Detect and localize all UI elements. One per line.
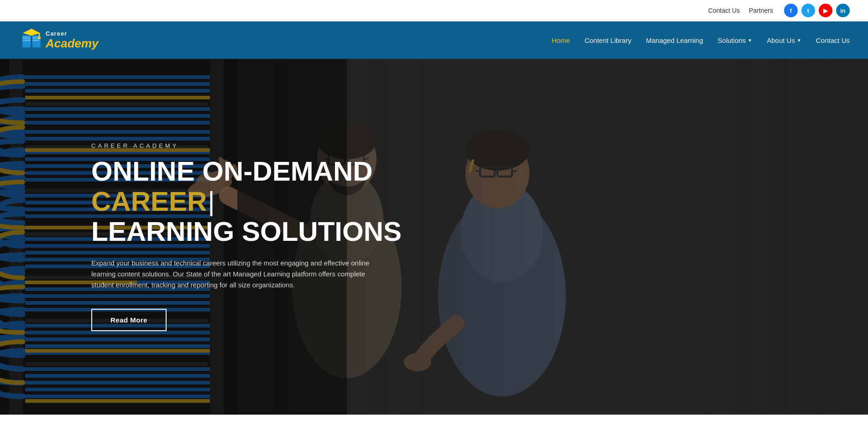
nav-managed-learning-link[interactable]: Managed Learning bbox=[646, 36, 703, 44]
hero-title: ONLINE ON-DEMAND CAREER| LEARNING SOLUTI… bbox=[91, 156, 411, 247]
top-bar-links: Contact Us Partners bbox=[708, 7, 773, 14]
nav-contact-us-link[interactable]: Contact Us bbox=[816, 36, 850, 44]
svg-rect-2 bbox=[31, 35, 32, 48]
svg-rect-5 bbox=[23, 40, 31, 41]
nav-item-home: Home bbox=[552, 36, 570, 44]
hero-content: CAREER ACADEMY ONLINE ON-DEMAND CAREER| … bbox=[91, 142, 411, 331]
logo-career-label: Career bbox=[46, 31, 99, 37]
logo-text: Career Academy bbox=[46, 31, 99, 50]
topbar-contact-link[interactable]: Contact Us bbox=[708, 7, 740, 14]
main-nav: Home Content Library Managed Learning So… bbox=[552, 36, 850, 44]
header: Career Academy Home Content Library Mana… bbox=[0, 21, 868, 59]
nav-content-library-link[interactable]: Content Library bbox=[585, 36, 632, 44]
hero-title-white-part: ONLINE ON-DEMAND CAREER| bbox=[91, 156, 373, 217]
nav-item-solutions: Solutions ▼ bbox=[718, 36, 753, 44]
about-chevron-icon: ▼ bbox=[797, 38, 801, 43]
nav-item-managed-learning: Managed Learning bbox=[646, 36, 703, 44]
linkedin-icon[interactable]: in bbox=[836, 4, 850, 17]
topbar-partners-link[interactable]: Partners bbox=[749, 7, 773, 14]
nav-item-content-library: Content Library bbox=[585, 36, 632, 44]
top-bar: Contact Us Partners f t ▶ in bbox=[0, 0, 868, 21]
hero-title-cursor: | bbox=[208, 186, 215, 217]
logo-academy-label: Academy bbox=[46, 37, 99, 50]
hero-section: CAREER ACADEMY ONLINE ON-DEMAND CAREER| … bbox=[0, 59, 868, 415]
read-more-button[interactable]: Read More bbox=[91, 309, 167, 331]
svg-rect-4 bbox=[23, 38, 31, 39]
logo[interactable]: Career Academy bbox=[18, 27, 99, 53]
hero-title-line2: LEARNING SOLUTIONS bbox=[91, 216, 402, 247]
logo-book-icon bbox=[18, 27, 45, 53]
nav-item-about-us: About Us ▼ bbox=[767, 36, 801, 44]
nav-home-link[interactable]: Home bbox=[552, 36, 570, 44]
svg-rect-8 bbox=[32, 40, 39, 41]
twitter-icon[interactable]: t bbox=[801, 4, 815, 17]
svg-point-11 bbox=[38, 36, 41, 39]
hero-brand-label: CAREER ACADEMY bbox=[91, 142, 411, 149]
facebook-icon[interactable]: f bbox=[784, 4, 798, 17]
youtube-icon[interactable]: ▶ bbox=[819, 4, 832, 17]
social-icons: f t ▶ in bbox=[784, 4, 850, 17]
nav-about-us-link[interactable]: About Us ▼ bbox=[767, 36, 801, 44]
nav-solutions-link[interactable]: Solutions ▼ bbox=[718, 36, 753, 44]
hero-title-gold-part: CAREER bbox=[91, 186, 207, 217]
nav-item-contact-us: Contact Us bbox=[816, 36, 850, 44]
nav-menu: Home Content Library Managed Learning So… bbox=[552, 36, 850, 44]
svg-rect-3 bbox=[23, 36, 31, 37]
solutions-chevron-icon: ▼ bbox=[748, 38, 752, 43]
hero-description: Expand your business and technical caree… bbox=[91, 258, 388, 291]
